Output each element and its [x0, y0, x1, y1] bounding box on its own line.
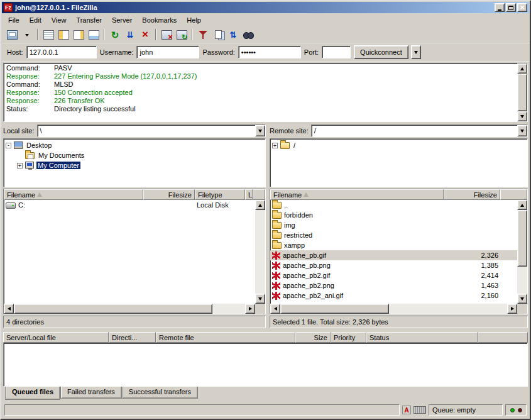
scroll-thumb[interactable]: [280, 304, 389, 314]
username-input[interactable]: [136, 46, 199, 58]
menu-view[interactable]: View: [47, 14, 72, 26]
queue-column-server-local-file[interactable]: Server/Local file: [3, 332, 109, 343]
file-row[interactable]: apache_pb2.gif2,414: [270, 270, 517, 280]
remote-site-dropdown-button[interactable]: [517, 125, 527, 136]
synchronized-browsing-button[interactable]: [226, 28, 241, 42]
disconnect-button[interactable]: [159, 28, 174, 42]
queue-column-remote-file[interactable]: Remote file: [156, 332, 295, 343]
file-row[interactable]: ..: [270, 200, 517, 210]
remote-list-vscrollbar[interactable]: [517, 200, 527, 304]
quickconnect-dropdown-button[interactable]: [411, 45, 421, 59]
scroll-track[interactable]: [255, 210, 265, 294]
queue-view-button[interactable]: [86, 28, 101, 42]
scroll-up-button[interactable]: [255, 200, 265, 210]
scroll-down-button[interactable]: [517, 111, 527, 121]
menu-edit[interactable]: Edit: [25, 14, 47, 26]
remote-tree-button[interactable]: [71, 28, 86, 42]
file-row[interactable]: restricted: [270, 230, 517, 240]
column-header-filename[interactable]: Filename: [270, 189, 444, 200]
file-row[interactable]: apache_pb2.png1,463: [270, 280, 517, 290]
menu-bookmarks[interactable]: Bookmarks: [137, 14, 182, 26]
scroll-track[interactable]: [517, 210, 527, 294]
close-icon: [520, 4, 525, 11]
remote-list-hscrollbar[interactable]: [270, 304, 517, 314]
scroll-track[interactable]: [517, 74, 527, 111]
tree-item-my-documents[interactable]: My Documents: [4, 150, 265, 160]
collapse-icon[interactable]: -: [6, 143, 11, 148]
file-row[interactable]: img: [270, 220, 517, 230]
filezilla-logo-icon[interactable]: Fz: [4, 3, 13, 12]
scroll-up-button[interactable]: [517, 200, 527, 210]
minimize-button[interactable]: [495, 3, 505, 12]
compare-button[interactable]: [211, 28, 226, 42]
filter-button[interactable]: [195, 28, 211, 42]
scroll-left-button[interactable]: [4, 304, 14, 314]
local-list-vscrollbar[interactable]: [255, 200, 265, 304]
local-list-hscrollbar[interactable]: [4, 304, 255, 314]
column-header-filesize[interactable]: Filesize: [444, 189, 500, 200]
tab-queued-files[interactable]: Queued files: [5, 387, 60, 400]
scroll-up-button[interactable]: [517, 64, 527, 74]
activity-indicators: [505, 404, 527, 416]
queue-column-priority[interactable]: Priority: [331, 332, 366, 343]
menu-file[interactable]: File: [3, 14, 25, 26]
scroll-left-button[interactable]: [270, 304, 280, 314]
local-tree-button[interactable]: [56, 28, 71, 42]
password-input[interactable]: [238, 46, 301, 58]
queue-column-directi[interactable]: Directi...: [109, 332, 156, 343]
scrollbar-corner: [517, 304, 527, 314]
maximize-button[interactable]: [506, 3, 516, 12]
log-line-text: 226 Transfer OK: [54, 97, 105, 105]
column-header-l[interactable]: L: [245, 189, 253, 200]
quickconnect-button[interactable]: Quickconnect: [354, 45, 408, 59]
site-manager-dropdown-button[interactable]: [19, 28, 35, 42]
tree-item-desktop[interactable]: -Desktop: [4, 140, 265, 150]
file-row[interactable]: apache_pb.gif2,326: [270, 250, 517, 260]
column-header-filesize[interactable]: Filesize: [143, 189, 195, 200]
scroll-thumb[interactable]: [517, 74, 527, 111]
file-row[interactable]: forbidden: [270, 210, 517, 220]
scroll-right-button[interactable]: [245, 304, 255, 314]
tree-item-my-computer[interactable]: +My Computer: [4, 160, 265, 170]
refresh-button[interactable]: [107, 28, 123, 42]
expand-icon[interactable]: +: [272, 143, 278, 148]
menu-transfer[interactable]: Transfer: [71, 14, 107, 26]
scroll-down-button[interactable]: [255, 294, 265, 304]
log-scrollbar[interactable]: [517, 64, 527, 121]
tree-item-item[interactable]: +/: [270, 140, 527, 150]
scroll-right-button[interactable]: [507, 304, 517, 314]
scroll-track[interactable]: [280, 304, 507, 314]
reconnect-button[interactable]: [174, 28, 189, 42]
remote-file-list: FilenameFilesize ..forbiddenimgrestricte…: [270, 189, 528, 314]
file-row[interactable]: apache_pb.png1,385: [270, 260, 517, 270]
scroll-track[interactable]: [14, 304, 245, 314]
process-queue-button[interactable]: [123, 28, 138, 42]
column-header-filename[interactable]: Filename: [4, 189, 143, 200]
tab-failed-transfers[interactable]: Failed transfers: [60, 387, 122, 399]
scroll-thumb[interactable]: [517, 210, 527, 267]
expand-icon[interactable]: +: [17, 163, 23, 169]
local-site-combo[interactable]: \: [37, 124, 266, 137]
menu-server[interactable]: Server: [107, 14, 137, 26]
queue-column-size[interactable]: Size: [295, 332, 331, 343]
file-row[interactable]: apache_pb2_ani.gif2,160: [270, 290, 517, 301]
column-header-filetype[interactable]: Filetype: [195, 189, 245, 200]
remote-site-value: /: [312, 127, 517, 135]
cancel-button[interactable]: [138, 28, 153, 42]
find-button[interactable]: [241, 28, 256, 42]
local-site-dropdown-button[interactable]: [255, 125, 265, 136]
host-input[interactable]: [26, 46, 97, 58]
tab-successful-transfers[interactable]: Successful transfers: [122, 387, 198, 399]
close-button[interactable]: [517, 3, 527, 12]
remote-site-combo[interactable]: /: [311, 124, 528, 137]
queue-column-status[interactable]: Status: [366, 332, 478, 343]
file-name: restricted: [284, 231, 312, 239]
file-row[interactable]: xampp: [270, 240, 517, 250]
scroll-thumb[interactable]: [14, 304, 212, 314]
menu-help[interactable]: Help: [182, 14, 206, 26]
site-manager-button[interactable]: [4, 28, 19, 42]
file-row[interactable]: C:Local Disk: [4, 200, 255, 210]
message-log-button[interactable]: [41, 28, 56, 42]
port-input[interactable]: [322, 46, 351, 58]
scroll-down-button[interactable]: [517, 294, 527, 304]
